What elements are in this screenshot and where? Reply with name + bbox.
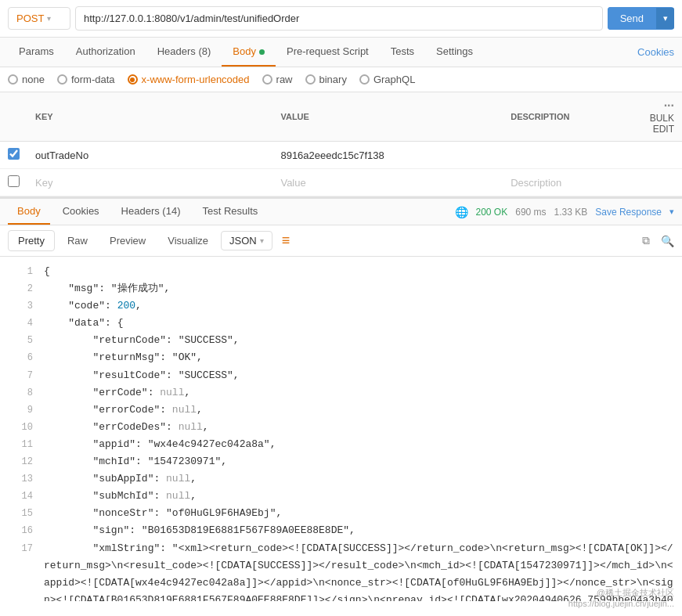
json-line: 5 "returnCode": "SUCCESS",: [0, 332, 682, 349]
body-type-form-data[interactable]: form-data: [57, 74, 115, 85]
line-number: 12: [8, 453, 33, 470]
format-selector-label: JSON: [229, 235, 257, 247]
method-selector[interactable]: POST ▾: [8, 7, 70, 30]
tab-settings[interactable]: Settings: [425, 38, 484, 67]
response-tabs-bar: Body Cookies Headers (14) Test Results 🌐…: [0, 196, 682, 225]
json-line: 13 "subAppId": null,: [0, 470, 682, 488]
fmt-tab-preview[interactable]: Preview: [100, 231, 155, 250]
row-key-value[interactable]: outTradeNo: [35, 149, 88, 161]
copy-icon[interactable]: ⧉: [642, 234, 650, 247]
body-type-binary[interactable]: binary: [305, 74, 347, 85]
url-input[interactable]: [75, 6, 603, 31]
row-actions-cell: [635, 142, 682, 169]
body-type-urlencoded[interactable]: x-www-form-urlencoded: [128, 74, 250, 85]
send-dropdown-button[interactable]: ▾: [656, 8, 674, 29]
body-type-raw[interactable]: raw: [262, 74, 293, 85]
tab-params[interactable]: Params: [8, 38, 65, 67]
body-type-bar: none form-data x-www-form-urlencoded raw…: [0, 67, 682, 92]
status-size-label: 1.33 KB: [554, 207, 588, 218]
empty-row-key-placeholder[interactable]: Key: [35, 177, 52, 189]
line-number: 6: [8, 349, 33, 366]
resp-tab-cookies[interactable]: Cookies: [53, 199, 109, 225]
line-content: "xmlString": "<xml><return_code><![CDATA…: [44, 540, 674, 602]
row-desc-cell: [503, 142, 634, 169]
tab-headers[interactable]: Headers (8): [146, 38, 222, 67]
json-line: 17 "xmlString": "<xml><return_code><![CD…: [0, 540, 682, 602]
line-number: 4: [8, 315, 33, 331]
row-checkbox[interactable]: [8, 148, 20, 160]
empty-row-desc-cell: Description: [503, 169, 634, 196]
line-number: 13: [8, 470, 33, 487]
json-line: 2 "msg": "操作成功",: [0, 280, 682, 297]
line-content: {: [44, 263, 674, 280]
line-number: 3: [8, 297, 33, 314]
body-type-none[interactable]: none: [8, 74, 45, 85]
line-number: 2: [8, 280, 33, 297]
line-content: "returnMsg": "OK",: [44, 349, 674, 366]
save-response-button[interactable]: Save Response: [595, 207, 662, 218]
fmt-tab-raw[interactable]: Raw: [58, 231, 97, 250]
cookies-link[interactable]: Cookies: [637, 38, 674, 66]
tab-authorization[interactable]: Authorization: [65, 38, 146, 67]
more-icon[interactable]: ···: [664, 99, 674, 112]
radio-form-data: [57, 74, 67, 85]
tab-pre-request[interactable]: Pre-request Script: [276, 38, 380, 67]
line-content: "data": {: [44, 315, 674, 332]
method-label: POST: [16, 13, 44, 24]
json-line: 1{: [0, 263, 682, 280]
send-button[interactable]: Send: [608, 7, 656, 30]
globe-icon: 🌐: [455, 206, 468, 218]
empty-row-value-cell: Value: [272, 169, 503, 196]
body-type-raw-label: raw: [276, 74, 293, 85]
resp-tab-headers[interactable]: Headers (14): [112, 199, 190, 225]
json-line: 10 "errCodeDes": null,: [0, 419, 682, 436]
save-response-chevron-icon[interactable]: ▾: [669, 207, 674, 217]
search-icon[interactable]: 🔍: [661, 235, 674, 247]
col-value-header: VALUE: [272, 92, 503, 142]
line-content: "subMchId": null,: [44, 488, 674, 505]
resp-tab-test-results[interactable]: Test Results: [193, 199, 267, 225]
json-line: 4 "data": {: [0, 315, 682, 332]
fmt-tab-visualize[interactable]: Visualize: [158, 231, 218, 250]
empty-row-value-placeholder[interactable]: Value: [280, 177, 305, 189]
empty-row-actions-cell: [635, 169, 682, 196]
json-line: 7 "resultCode": "SUCCESS",: [0, 367, 682, 384]
row-value-value[interactable]: 8916a2eeedc15c7f138: [280, 149, 384, 161]
row-key-cell: outTradeNo: [27, 142, 272, 169]
json-line: 16 "sign": "B01653D819E6881F567F89A0EE88…: [0, 522, 682, 539]
line-number: 1: [8, 263, 33, 279]
tab-tests[interactable]: Tests: [380, 38, 425, 67]
json-viewer[interactable]: 1{2 "msg": "操作成功",3 "code": 200,4 "data"…: [0, 257, 682, 601]
line-content: "errCode": null,: [44, 384, 674, 402]
empty-row-key-cell: Key: [27, 169, 272, 196]
line-number: 10: [8, 419, 33, 435]
radio-raw: [262, 74, 272, 85]
resp-tab-body[interactable]: Body: [8, 199, 50, 225]
line-content: "subAppId": null,: [44, 470, 674, 488]
filter-icon[interactable]: ≡: [282, 232, 290, 249]
bulk-edit-button[interactable]: Bulk Edit: [650, 113, 674, 135]
line-content: "returnCode": "SUCCESS",: [44, 332, 674, 349]
empty-row-checkbox[interactable]: [8, 175, 20, 187]
body-type-graphql[interactable]: GraphQL: [359, 74, 415, 85]
json-line: 14 "subMchId": null,: [0, 488, 682, 505]
radio-none: [8, 74, 18, 85]
json-line: 15 "nonceStr": "of0HuGL9F6HA9Ebj",: [0, 505, 682, 522]
json-line: 6 "returnMsg": "OK",: [0, 349, 682, 366]
line-content: "appid": "wx4e4c9427ec042a8a",: [44, 436, 674, 453]
top-tabs-bar: Params Authorization Headers (8) Body Pr…: [0, 38, 682, 67]
table-row: outTradeNo 8916a2eeedc15c7f138: [0, 142, 682, 169]
json-line: 3 "code": 200,: [0, 297, 682, 315]
format-selector[interactable]: JSON ▾: [221, 231, 272, 250]
col-checkbox-header: [0, 92, 27, 142]
empty-row-checkbox-cell: [0, 169, 27, 196]
tab-body[interactable]: Body: [222, 38, 276, 67]
line-number: 16: [8, 522, 33, 539]
fmt-tab-pretty[interactable]: Pretty: [8, 230, 55, 251]
line-number: 17: [8, 540, 33, 557]
col-desc-header: DESCRIPTION: [503, 92, 634, 142]
line-content: "sign": "B01653D819E6881F567F89A0EE88E8D…: [44, 522, 674, 539]
line-content: "nonceStr": "of0HuGL9F6HA9Ebj",: [44, 505, 674, 522]
line-content: "code": 200,: [44, 297, 674, 315]
empty-row-desc-placeholder[interactable]: Description: [511, 177, 561, 189]
